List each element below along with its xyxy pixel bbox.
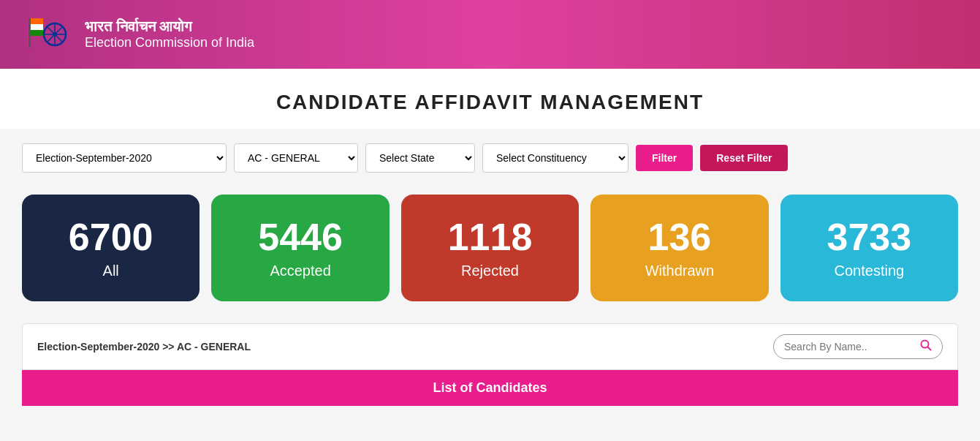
stat-card-rejected[interactable]: 1118 Rejected: [401, 195, 579, 301]
svg-rect-1: [30, 24, 43, 30]
header-hindi-title: भारत निर्वाचन आयोग: [85, 18, 254, 35]
header: भारत निर्वाचन आयोग Election Commission o…: [0, 0, 980, 69]
state-select[interactable]: Select State: [365, 143, 475, 173]
eci-logo: [22, 9, 73, 60]
stat-card-accepted[interactable]: 5446 Accepted: [211, 195, 389, 301]
stats-section: 6700 All 5446 Accepted 1118 Rejected 136…: [0, 187, 980, 323]
stat-rejected-label: Rejected: [416, 263, 564, 279]
svg-rect-2: [30, 30, 43, 36]
header-english-title: Election Commission of India: [85, 35, 254, 50]
stat-card-all[interactable]: 6700 All: [22, 195, 200, 301]
stat-card-contesting[interactable]: 3733 Contesting: [780, 195, 958, 301]
stat-accepted-label: Accepted: [226, 263, 374, 279]
stat-withdrawn-number: 136: [605, 216, 753, 258]
stat-contesting-label: Contesting: [795, 263, 943, 279]
stat-withdrawn-label: Withdrawn: [605, 263, 753, 279]
page-title-section: CANDIDATE AFFIDAVIT MANAGEMENT: [0, 69, 980, 129]
svg-rect-3: [29, 18, 31, 48]
svg-rect-0: [30, 18, 43, 24]
stat-all-number: 6700: [37, 216, 185, 258]
svg-line-11: [928, 347, 931, 350]
filter-section: Election-September-2020 Election-January…: [0, 129, 980, 187]
stat-contesting-number: 3733: [795, 216, 943, 258]
type-select[interactable]: AC - GENERAL PC - GENERAL: [234, 143, 358, 173]
filter-button[interactable]: Filter: [636, 145, 693, 171]
search-icon: [920, 339, 932, 354]
breadcrumb: Election-September-2020 >> AC - GENERAL: [37, 341, 251, 353]
reset-filter-button[interactable]: Reset Filter: [700, 145, 788, 171]
breadcrumb-section: Election-September-2020 >> AC - GENERAL: [22, 323, 958, 370]
stat-rejected-number: 1118: [416, 216, 564, 258]
page-title: CANDIDATE AFFIDAVIT MANAGEMENT: [15, 91, 965, 114]
list-header-title: List of Candidates: [433, 380, 547, 395]
header-text: भारत निर्वाचन आयोग Election Commission o…: [85, 18, 254, 50]
search-wrapper[interactable]: [773, 334, 943, 359]
stat-accepted-number: 5446: [226, 216, 374, 258]
election-select[interactable]: Election-September-2020 Election-January…: [22, 143, 227, 173]
list-header-section: List of Candidates: [22, 370, 958, 406]
search-input[interactable]: [784, 341, 916, 353]
constituency-select[interactable]: Select Constituency: [482, 143, 628, 173]
stat-card-withdrawn[interactable]: 136 Withdrawn: [590, 195, 768, 301]
stat-all-label: All: [37, 263, 185, 279]
